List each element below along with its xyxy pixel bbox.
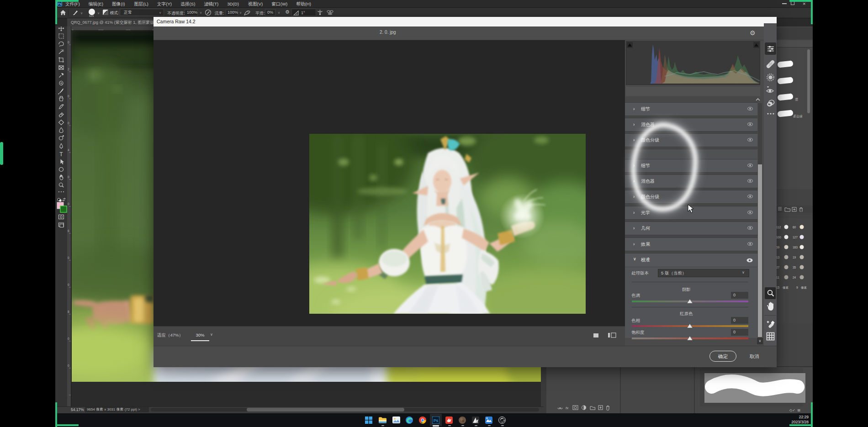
svg-text:0: 0 <box>68 121 69 125</box>
svg-text:0: 0 <box>68 364 69 367</box>
svg-text:6: 6 <box>68 229 69 232</box>
svg-text:0: 0 <box>68 175 69 179</box>
svg-text:15: 15 <box>776 286 780 289</box>
svg-text:Ps: Ps <box>434 418 438 423</box>
svg-text:fx: fx <box>566 406 569 410</box>
svg-text:13: 13 <box>776 256 780 259</box>
svg-text:19: 19 <box>793 256 796 259</box>
svg-text:35: 35 <box>793 266 796 269</box>
svg-text:8: 8 <box>68 310 69 313</box>
svg-text:112: 112 <box>776 226 781 229</box>
svg-text:像素: 像素 <box>801 286 807 289</box>
svg-text:0: 0 <box>68 41 69 44</box>
svg-text:59: 59 <box>776 246 780 249</box>
svg-text:60: 60 <box>793 226 796 229</box>
svg-text:183: 183 <box>793 246 798 249</box>
svg-text:100: 100 <box>776 236 781 239</box>
svg-text:0: 0 <box>68 256 69 259</box>
svg-text:24: 24 <box>793 276 796 279</box>
svg-text:11: 11 <box>776 276 779 279</box>
svg-text:0: 0 <box>68 202 69 206</box>
svg-text:像素: 像素 <box>783 286 789 289</box>
svg-text:0: 0 <box>68 95 69 98</box>
svg-text:T: T <box>59 151 63 158</box>
svg-text:0: 0 <box>68 283 69 286</box>
svg-text:127: 127 <box>793 236 798 239</box>
svg-text:4: 4 <box>68 148 69 152</box>
svg-text:27: 27 <box>776 266 780 269</box>
svg-text:9: 9 <box>796 286 798 289</box>
svg-text:2: 2 <box>68 68 69 71</box>
svg-text:0: 0 <box>68 337 69 340</box>
